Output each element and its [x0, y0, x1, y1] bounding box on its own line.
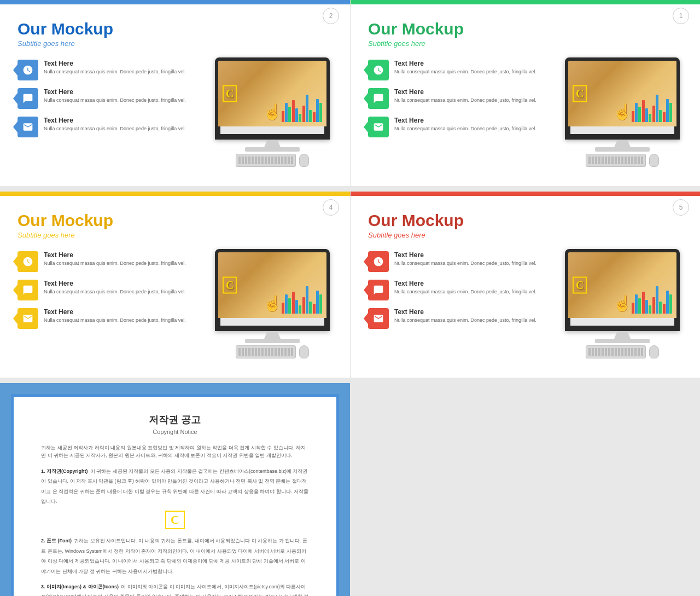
copyright-section-3: 3. 이미지(Images) & 아이콘(Icons) 이 이미지와 아이콘을 … [41, 581, 309, 596]
clock-icon [368, 60, 389, 80]
feature-2-text: Text Here Nulla consequat massa quis eni… [394, 88, 536, 104]
slide-3-title: Our Mockup [18, 211, 332, 229]
slide-4-subtitle: Subtitle goes here [368, 231, 682, 239]
keyboard [586, 345, 646, 358]
feature-item: Text Here Nulla consequat massa quis eni… [368, 251, 553, 272]
feature-2-text: Text Here Nulla consequat massa quis eni… [44, 280, 186, 296]
slide-1-border [0, 0, 350, 4]
hand-pointer: ☝ [263, 103, 282, 121]
row-separator [0, 186, 700, 192]
monitor-logo: C [223, 85, 237, 102]
monitor-base [245, 147, 300, 152]
monitor-area: C [562, 57, 682, 167]
copyright-section-2: 2. 폰트 (Font) 귀하는 보유된 사이트입니다. 이 내용의 귀하는 폰… [41, 535, 309, 575]
monitor-stand [264, 140, 281, 147]
slide-3-features: Text Here Nulla consequat massa quis eni… [18, 249, 203, 329]
slide-4-title: Our Mockup [368, 211, 682, 229]
keyboard [236, 154, 296, 167]
monitor-chin [568, 126, 676, 136]
bottom-separator [0, 378, 700, 383]
chat-icon [18, 88, 38, 109]
chat-icon [18, 280, 38, 300]
feature-3-text: Text Here Nulla consequat massa quis eni… [44, 117, 186, 132]
slide-2-features: Text Here Nulla consequat massa quis eni… [368, 57, 553, 137]
slide-3: 4 Our Mockup Subtitle goes here Text Her… [0, 192, 350, 378]
slide-2-subtitle: Subtitle goes here [368, 39, 682, 48]
feature-3-text: Text Here Nulla consequat massa quis eni… [394, 117, 536, 132]
gray-panel [350, 383, 700, 596]
chart-bars [282, 281, 322, 314]
clock-icon [18, 251, 38, 272]
slide-3-border [0, 192, 350, 196]
monitor-area: C [562, 249, 682, 358]
monitor-chin [568, 318, 676, 328]
slide-2-number: 1 [673, 8, 689, 24]
slide-2: 1 Our Mockup Subtitle goes here Text Her… [350, 0, 700, 186]
chat-icon [368, 280, 389, 300]
monitor-base [595, 339, 650, 343]
monitor-base [245, 339, 300, 343]
slide-1-number: 2 [323, 8, 339, 24]
slide-4-content: Text Here Nulla consequat massa quis eni… [368, 249, 682, 358]
feature-item: Text Here Nulla consequat massa quis eni… [18, 280, 203, 300]
feature-item: Text Here Nulla consequat massa quis eni… [18, 88, 203, 109]
monitor-area: C [212, 57, 332, 167]
slide-1-content: Text Here Nulla consequat massa quis eni… [18, 57, 332, 167]
copyright-subtitle: Copyright Notice [41, 429, 309, 435]
monitor-body: C [565, 249, 680, 331]
feature-1-text: Text Here Nulla consequat massa quis eni… [44, 251, 186, 267]
screen-content: C [568, 252, 676, 318]
monitor-area: C [212, 249, 332, 358]
feature-item: Text Here Nulla consequat massa quis eni… [368, 60, 553, 80]
slide-3-content: Text Here Nulla consequat massa quis eni… [18, 249, 332, 358]
monitor-logo: C [573, 85, 587, 102]
monitor-stand [614, 140, 631, 147]
monitor-screen: C [568, 61, 676, 126]
monitor-screen: C [568, 252, 676, 318]
envelope-icon [18, 308, 38, 329]
slide-2-border [351, 0, 700, 4]
copyright-logo-wrapper: C [41, 511, 309, 529]
keyboard-area [565, 345, 680, 358]
mouse [649, 154, 659, 167]
mouse [299, 345, 309, 358]
monitor-logo: C [573, 277, 587, 294]
feature-item: Text Here Nulla consequat massa quis eni… [18, 251, 203, 272]
monitor-stand [264, 331, 281, 339]
feature-3-text: Text Here Nulla consequat massa quis eni… [44, 308, 186, 324]
slide-4-border [351, 192, 700, 196]
feature-item: Text Here Nulla consequat massa quis eni… [18, 117, 203, 137]
feature-3-text: Text Here Nulla consequat massa quis eni… [394, 308, 536, 324]
monitor-body: C [565, 57, 680, 140]
slide-1-features: Text Here Nulla consequat massa quis eni… [18, 57, 203, 137]
hand-pointer: ☝ [613, 294, 632, 313]
clock-icon [368, 251, 389, 272]
monitor-screen: C [218, 252, 326, 318]
feature-item: Text Here Nulla consequat massa quis eni… [18, 60, 203, 80]
slide-4: 5 Our Mockup Subtitle goes here Text Her… [350, 192, 700, 378]
feature-item: Text Here Nulla consequat massa quis eni… [368, 280, 553, 300]
monitor-chin [218, 126, 326, 136]
slide-1-title: Our Mockup [18, 20, 332, 38]
chart-bars [282, 89, 322, 122]
slide-3-number: 4 [323, 199, 339, 216]
copyright-logo: C [165, 511, 185, 529]
monitor-body: C [215, 57, 330, 140]
hand-pointer: ☝ [263, 294, 282, 313]
feature-1-text: Text Here Nulla consequat massa quis eni… [394, 251, 536, 267]
slide-1-subtitle: Subtitle goes here [18, 39, 332, 48]
keyboard [236, 345, 296, 358]
mouse [649, 345, 659, 358]
slide-3-subtitle: Subtitle goes here [18, 231, 332, 239]
slide-4-features: Text Here Nulla consequat massa quis eni… [368, 249, 553, 329]
monitor-body: C [215, 249, 330, 331]
copyright-intro: 귀하는 세공된 저작사가 허락이 내용의 원본내용 표현방법 및 제작하여 원하… [41, 444, 309, 460]
monitor-logo: C [223, 277, 237, 294]
feature-item: Text Here Nulla consequat massa quis eni… [18, 308, 203, 329]
feature-item: Text Here Nulla consequat massa quis eni… [368, 117, 553, 137]
clock-icon [18, 60, 38, 80]
copyright-section-1: 1. 저작권(Copyright) 이 귀하는 세공된 저작물의 모든 사용의 … [41, 465, 309, 506]
envelope-icon [368, 308, 389, 329]
envelope-icon [18, 117, 38, 137]
chat-icon [368, 88, 389, 109]
